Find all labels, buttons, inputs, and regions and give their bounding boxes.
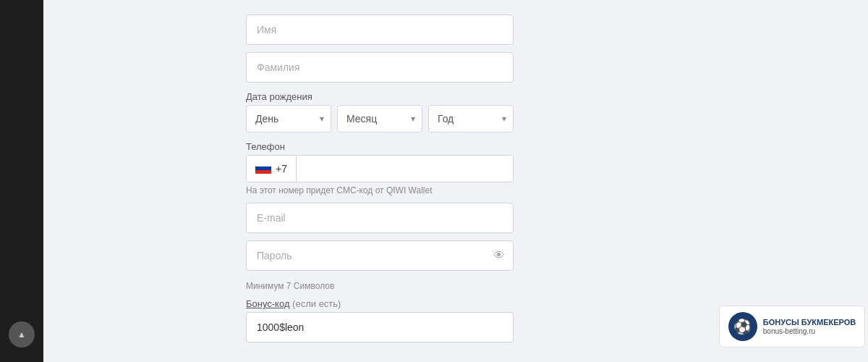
phone-row: +7 <box>246 155 514 182</box>
chevron-up-icon: ▲ <box>17 329 26 340</box>
dob-label: Дата рождения <box>246 91 514 102</box>
password-wrapper: 👁︎ <box>246 240 514 271</box>
bonus-label: Бонус-код (если есть) <box>246 298 514 309</box>
bonus-code-input[interactable] <box>246 312 514 342</box>
registration-form: Дата рождения День ▾ Месяц ▾ Год <box>246 14 514 342</box>
brand-badge: ⚽ БОНУСЫ БУКМЕКЕРОВ bonus-betting.ru <box>719 306 865 348</box>
left-panel: ▲ <box>0 0 43 362</box>
dob-year-select[interactable]: Год <box>428 105 514 132</box>
last-name-input[interactable] <box>246 52 514 83</box>
password-hint: Минимум 7 Символов <box>246 281 514 291</box>
phone-section: Телефон +7 На этот номер придет СМС-код … <box>246 140 514 195</box>
phone-prefix[interactable]: +7 <box>247 156 297 182</box>
email-input[interactable] <box>246 203 514 233</box>
scroll-up-button[interactable]: ▲ <box>9 321 35 348</box>
phone-country-code: +7 <box>276 163 287 174</box>
dob-month-wrapper: Месяц ▾ <box>337 105 422 132</box>
dob-day-select[interactable]: День <box>246 105 331 132</box>
dob-day-wrapper: День ▾ <box>246 105 331 132</box>
bonus-sublabel-text: (если есть) <box>290 298 341 309</box>
phone-hint: На этот номер придет СМС-код от QIWI Wal… <box>246 185 514 195</box>
dob-section: Дата рождения День ▾ Месяц ▾ Год <box>246 90 514 132</box>
russia-flag-icon <box>255 164 271 174</box>
bonus-label-text: Бонус-код <box>246 298 290 309</box>
dob-month-select[interactable]: Месяц <box>337 105 422 132</box>
first-name-input[interactable] <box>246 14 514 45</box>
right-panel: ⚽ БОНУСЫ БУКМЕКЕРОВ bonus-betting.ru <box>716 0 868 362</box>
soccer-ball-icon: ⚽ <box>733 318 752 335</box>
main-content: Дата рождения День ▾ Месяц ▾ Год <box>43 0 716 362</box>
bonus-section: Бонус-код (если есть) <box>246 298 514 342</box>
dob-row: День ▾ Месяц ▾ Год ▾ <box>246 105 514 132</box>
dob-year-wrapper: Год ▾ <box>428 105 514 132</box>
phone-label: Телефон <box>246 141 514 152</box>
password-input[interactable] <box>246 240 514 271</box>
brand-logo: ⚽ <box>728 312 757 341</box>
brand-url: bonus-betting.ru <box>763 327 856 335</box>
brand-title: БОНУСЫ БУКМЕКЕРОВ <box>763 318 856 327</box>
eye-icon[interactable]: 👁︎ <box>493 249 505 262</box>
brand-text: БОНУСЫ БУКМЕКЕРОВ bonus-betting.ru <box>763 318 856 335</box>
phone-number-input[interactable] <box>297 156 513 182</box>
